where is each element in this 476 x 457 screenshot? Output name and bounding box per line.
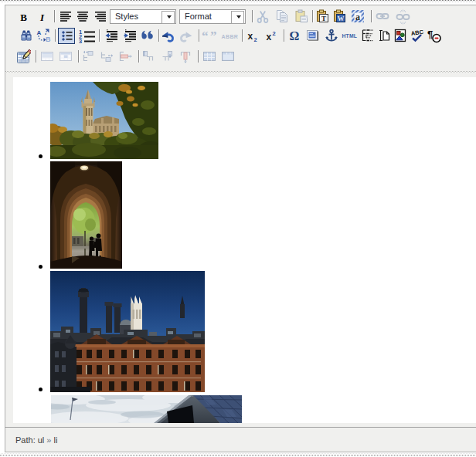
- svg-text:W: W: [338, 15, 345, 22]
- svg-text:2: 2: [254, 36, 257, 43]
- svg-text:HTML: HTML: [342, 33, 358, 39]
- svg-text:3: 3: [79, 38, 82, 43]
- svg-text:¶: ¶: [427, 29, 433, 40]
- svg-text:ABBR: ABBR: [222, 34, 239, 39]
- svg-text:B: B: [46, 36, 51, 43]
- svg-text:A: A: [37, 29, 42, 36]
- svg-text:“: “: [202, 29, 209, 43]
- svg-text:2: 2: [273, 30, 276, 37]
- svg-text:x: x: [267, 32, 272, 42]
- svg-text:T: T: [321, 15, 326, 22]
- svg-text:a: a: [355, 12, 360, 22]
- svg-text:Ω: Ω: [290, 29, 300, 42]
- svg-text:ABC: ABC: [410, 29, 424, 37]
- svg-text:”: ”: [210, 29, 217, 43]
- svg-text:x: x: [248, 31, 253, 42]
